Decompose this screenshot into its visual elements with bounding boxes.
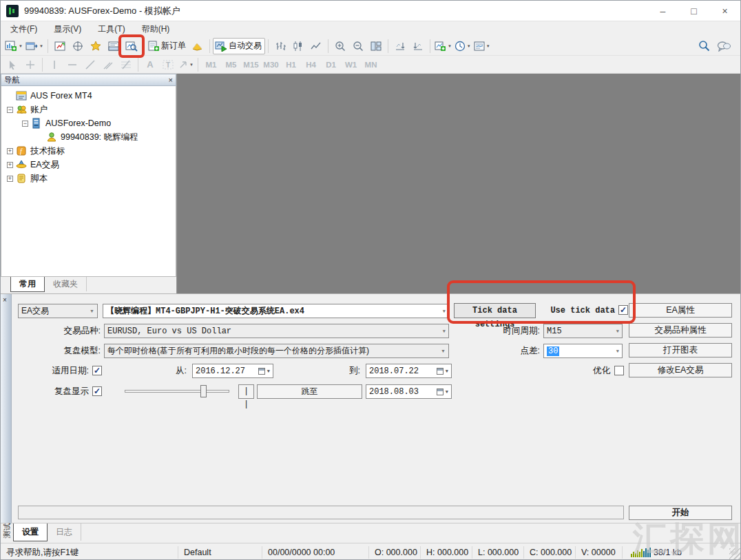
use-date-label: 适用日期: (28, 364, 89, 377)
menu-tools[interactable]: 工具(T) (91, 22, 132, 37)
minimize-button[interactable]: – (647, 1, 678, 21)
periods-button[interactable]: ▼ (453, 38, 472, 54)
indicators-button[interactable]: ▼ (433, 38, 453, 54)
tree-item-account-login[interactable]: 99940839: 晓辉编程 (1, 130, 176, 144)
profiles-button[interactable]: ▼ (24, 38, 45, 54)
autotrading-button[interactable]: 自动交易 (213, 38, 265, 54)
zoom-out-button[interactable] (349, 38, 367, 54)
candlestick-button[interactable] (289, 38, 307, 54)
from-date-field[interactable]: 2016.12.27 ▼ (192, 364, 273, 378)
expand-icon[interactable]: + (7, 148, 13, 154)
slider-handle[interactable] (200, 385, 207, 397)
chart-shift-button[interactable] (409, 38, 427, 54)
cursor-tool-button[interactable] (3, 56, 21, 73)
vertical-line-button[interactable] (45, 56, 63, 73)
market-watch-button[interactable] (51, 38, 69, 54)
tree-item-accounts[interactable]: − 账户 (1, 103, 176, 116)
tree-item-broker[interactable]: AUS Forex MT4 (1, 89, 176, 103)
visual-speed-slider[interactable] (125, 390, 229, 393)
period-select[interactable]: M15 ▼ (543, 324, 623, 338)
start-button[interactable]: 开始 (629, 506, 732, 520)
tree-item-scripts[interactable]: + 脚本 (1, 172, 176, 185)
timeframe-h1[interactable]: H1 (281, 61, 301, 69)
maximize-button[interactable]: □ (678, 1, 709, 21)
skip-date-value: 2018.08.03 (369, 387, 419, 397)
text-tool-button[interactable]: A (141, 56, 159, 73)
crosshair-tool-button[interactable] (21, 56, 39, 73)
auto-scroll-button[interactable] (391, 38, 409, 54)
to-date-field[interactable]: 2018.07.22 ▼ (366, 364, 452, 378)
spread-value: 30 (547, 346, 559, 356)
timeframe-mn[interactable]: MN (361, 61, 381, 69)
user-icon (46, 132, 57, 143)
search-button[interactable] (698, 40, 710, 52)
fibonacci-button[interactable] (117, 56, 135, 73)
ea-properties-button[interactable]: EA属性 (629, 303, 732, 318)
skip-date-field[interactable]: 2018.08.03 ▼ (366, 384, 452, 399)
spread-select[interactable]: 30 ▼ (543, 344, 623, 358)
menu-view[interactable]: 显示(V) (47, 22, 88, 37)
pause-button[interactable]: | | (238, 384, 254, 399)
ea-file-select[interactable]: 【晓辉编程】MT4-GBPJPY-H1-突破交易系统EA.ex4 ▼ (103, 304, 449, 318)
tester-type-select[interactable]: EA交易 ▼ (18, 304, 98, 318)
timeframe-w1[interactable]: W1 (341, 61, 361, 69)
community-button[interactable] (717, 41, 731, 52)
channel-button[interactable] (99, 56, 117, 73)
timeframe-h4[interactable]: H4 (301, 61, 321, 69)
tile-windows-button[interactable] (367, 38, 385, 54)
navigator-toggle-button[interactable] (87, 38, 105, 54)
tester-close-icon[interactable]: × (3, 296, 7, 304)
tab-settings[interactable]: 设置 (13, 523, 48, 541)
trendline-button[interactable] (81, 56, 99, 73)
chevron-down-icon: ▼ (39, 44, 43, 48)
timeframe-m15[interactable]: M15 (241, 61, 261, 69)
use-tick-data-checkbox[interactable]: ✓ (618, 305, 628, 315)
expand-icon[interactable]: + (7, 162, 13, 168)
line-chart-button[interactable] (307, 38, 325, 54)
templates-button[interactable]: ▼ (472, 38, 492, 54)
tab-common[interactable]: 常用 (10, 277, 45, 292)
status-profile[interactable]: Default (178, 546, 262, 559)
tab-journal[interactable]: 日志 (48, 523, 81, 541)
horizontal-line-button[interactable] (63, 56, 81, 73)
tree-item-server[interactable]: − AUSForex-Demo (1, 116, 176, 130)
timeframe-m1[interactable]: M1 (201, 61, 221, 69)
visual-mode-checkbox[interactable]: ✓ (92, 386, 102, 396)
arrows-tool-button[interactable]: ▼ (177, 56, 195, 73)
tab-favorites[interactable]: 收藏夹 (45, 277, 87, 291)
zoom-in-button[interactable] (331, 38, 349, 54)
data-window-button[interactable] (69, 38, 87, 54)
terminal-toggle-button[interactable] (105, 38, 123, 54)
line-chart-icon (311, 41, 322, 52)
new-order-button[interactable]: 新订单 (147, 38, 189, 54)
tester-side-strip[interactable]: × (1, 294, 12, 523)
tree-item-indicators[interactable]: + f 技术指标 (1, 144, 176, 158)
label-tool-button[interactable]: T (159, 56, 177, 73)
metaeditor-button[interactable] (189, 38, 207, 54)
expand-icon[interactable]: + (7, 176, 13, 182)
tick-data-settings-button[interactable]: Tick data settings (454, 303, 536, 318)
strategy-tester-icon (125, 41, 138, 52)
bar-chart-button[interactable] (271, 38, 289, 54)
collapse-icon[interactable]: − (22, 121, 28, 127)
timeframe-m5[interactable]: M5 (221, 61, 241, 69)
model-select[interactable]: 每个即时价格(基于所有可利用的最小时段的每一个价格的分形插值计算) ▼ (104, 344, 449, 358)
timeframe-d1[interactable]: D1 (321, 61, 341, 69)
collapse-icon[interactable]: − (7, 107, 13, 113)
menu-help[interactable]: 帮助(H) (135, 22, 177, 37)
navigator-close-icon[interactable]: × (169, 76, 173, 83)
tree-item-ea[interactable]: + EA交易 (1, 158, 176, 172)
symbol-properties-button[interactable]: 交易品种属性 (629, 323, 732, 338)
strategy-tester-button[interactable] (123, 38, 140, 54)
modify-ea-button[interactable]: 修改EA交易 (629, 363, 732, 377)
optimize-checkbox[interactable] (614, 366, 624, 375)
open-chart-button[interactable]: 打开图表 (629, 343, 732, 357)
skip-to-button[interactable]: 跳至 (257, 384, 362, 399)
new-chart-button[interactable]: ▼ (3, 38, 24, 54)
timeframe-m30[interactable]: M30 (261, 61, 281, 69)
menu-file[interactable]: 文件(F) (3, 22, 44, 37)
symbol-select[interactable]: EURUSD, Euro vs US Dollar ▼ (104, 324, 449, 338)
resize-grip[interactable] (729, 548, 740, 559)
use-date-checkbox[interactable]: ✓ (92, 366, 102, 375)
close-button[interactable]: × (709, 1, 740, 21)
